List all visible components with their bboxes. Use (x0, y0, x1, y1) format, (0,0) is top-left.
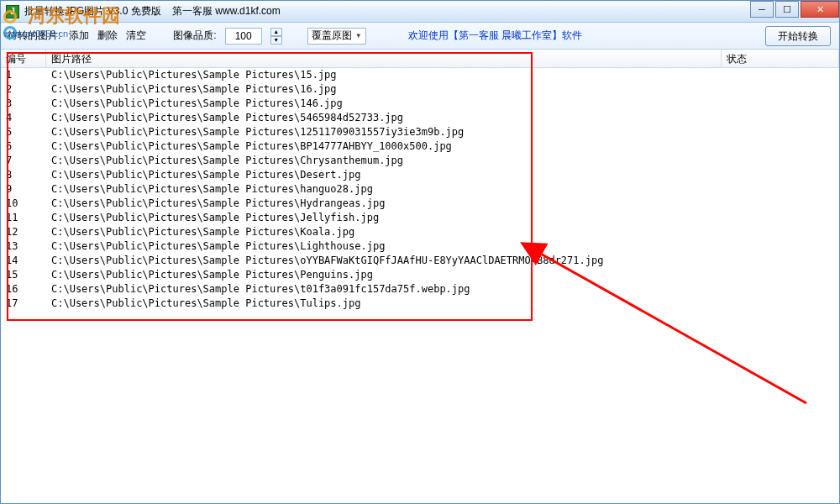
cell-status (722, 82, 839, 97)
toolbar: 待转的图片: 添加 删除 清空 图像品质: ▲ ▼ 覆盖原图 ▼ 欢迎使用【第一… (1, 23, 839, 50)
table-row[interactable]: 15C:\Users\Public\Pictures\Sample Pictur… (1, 268, 839, 282)
col-header-status[interactable]: 状态 (722, 50, 839, 67)
cell-path: C:\Users\Public\Pictures\Sample Pictures… (46, 254, 722, 268)
start-convert-button[interactable]: 开始转换 (765, 26, 831, 46)
cell-path: C:\Users\Public\Pictures\Sample Pictures… (46, 197, 722, 211)
table-row[interactable]: 16C:\Users\Public\Pictures\Sample Pictur… (1, 282, 839, 297)
cell-path: C:\Users\Public\Pictures\Sample Pictures… (46, 154, 722, 168)
cell-path: C:\Users\Public\Pictures\Sample Pictures… (46, 182, 722, 197)
cell-status (722, 211, 839, 225)
maximize-button[interactable]: ☐ (775, 1, 799, 18)
quality-spinner: ▲ ▼ (270, 28, 282, 45)
add-button[interactable]: 添加 (69, 29, 89, 43)
cell-path: C:\Users\Public\Pictures\Sample Pictures… (46, 168, 722, 182)
cell-status (722, 97, 839, 111)
pending-label: 待转的图片: (8, 29, 60, 43)
table-row[interactable]: 13C:\Users\Public\Pictures\Sample Pictur… (1, 239, 839, 254)
cell-path: C:\Users\Public\Pictures\Sample Pictures… (46, 139, 722, 154)
cell-status (722, 268, 839, 282)
quality-input[interactable] (225, 28, 262, 45)
cell-status (722, 168, 839, 182)
start-label: 开始转换 (778, 29, 818, 44)
cell-status (722, 154, 839, 168)
list-header: 编号 图片路径 状态 (1, 50, 839, 68)
cell-path: C:\Users\Public\Pictures\Sample Pictures… (46, 297, 722, 311)
app-icon: J (6, 5, 19, 18)
cell-id: 16 (1, 282, 46, 297)
table-row[interactable]: 11C:\Users\Public\Pictures\Sample Pictur… (1, 211, 839, 225)
table-row[interactable]: 17C:\Users\Public\Pictures\Sample Pictur… (1, 297, 839, 311)
cell-id: 14 (1, 254, 46, 268)
delete-button[interactable]: 删除 (97, 29, 118, 43)
cell-id: 3 (1, 97, 46, 111)
table-row[interactable]: 3C:\Users\Public\Pictures\Sample Picture… (1, 97, 839, 111)
cell-id: 8 (1, 168, 46, 182)
cell-path: C:\Users\Public\Pictures\Sample Pictures… (46, 68, 722, 82)
app-window: J 批量转换JPG图片 V3.0 免费版 第一客服 www.d1kf.com ─… (0, 0, 840, 504)
table-row[interactable]: 2C:\Users\Public\Pictures\Sample Picture… (1, 82, 839, 97)
table-row[interactable]: 14C:\Users\Public\Pictures\Sample Pictur… (1, 254, 839, 268)
cell-status (722, 182, 839, 197)
col-header-id[interactable]: 编号 (1, 50, 46, 67)
promo-text: 欢迎使用【第一客服 晨曦工作室】软件 (408, 29, 582, 43)
cell-status (722, 297, 839, 311)
cell-status (722, 139, 839, 154)
overwrite-dropdown[interactable]: 覆盖原图 ▼ (307, 28, 366, 45)
cell-id: 5 (1, 125, 46, 139)
spin-up-button[interactable]: ▲ (270, 28, 282, 36)
cell-path: C:\Users\Public\Pictures\Sample Pictures… (46, 211, 722, 225)
chevron-down-icon: ▼ (355, 32, 362, 39)
cell-id: 9 (1, 182, 46, 197)
minimize-button[interactable]: ─ (750, 1, 774, 18)
titlebar[interactable]: J 批量转换JPG图片 V3.0 免费版 第一客服 www.d1kf.com ─… (1, 1, 839, 23)
cell-status (722, 282, 839, 297)
cell-id: 1 (1, 68, 46, 82)
cell-status (722, 68, 839, 82)
table-row[interactable]: 7C:\Users\Public\Pictures\Sample Picture… (1, 154, 839, 168)
col-header-path[interactable]: 图片路径 (46, 50, 722, 67)
window-buttons: ─ ☐ ✕ (748, 1, 839, 18)
cell-id: 13 (1, 239, 46, 254)
table-row[interactable]: 10C:\Users\Public\Pictures\Sample Pictur… (1, 197, 839, 211)
cell-status (722, 197, 839, 211)
cell-path: C:\Users\Public\Pictures\Sample Pictures… (46, 225, 722, 239)
file-listview[interactable]: 编号 图片路径 状态 1C:\Users\Public\Pictures\Sam… (1, 50, 839, 503)
cell-path: C:\Users\Public\Pictures\Sample Pictures… (46, 82, 722, 97)
cell-id: 12 (1, 225, 46, 239)
table-row[interactable]: 1C:\Users\Public\Pictures\Sample Picture… (1, 68, 839, 82)
cell-path: C:\Users\Public\Pictures\Sample Pictures… (46, 239, 722, 254)
overwrite-label: 覆盖原图 (312, 29, 352, 43)
table-row[interactable]: 8C:\Users\Public\Pictures\Sample Picture… (1, 168, 839, 182)
cell-status (722, 111, 839, 125)
cell-id: 2 (1, 82, 46, 97)
clear-button[interactable]: 清空 (126, 29, 146, 43)
cell-id: 10 (1, 197, 46, 211)
table-row[interactable]: 6C:\Users\Public\Pictures\Sample Picture… (1, 139, 839, 154)
spin-down-button[interactable]: ▼ (270, 36, 282, 45)
table-row[interactable]: 9C:\Users\Public\Pictures\Sample Picture… (1, 182, 839, 197)
cell-status (722, 239, 839, 254)
cell-path: C:\Users\Public\Pictures\Sample Pictures… (46, 125, 722, 139)
table-row[interactable]: 12C:\Users\Public\Pictures\Sample Pictur… (1, 225, 839, 239)
cell-path: C:\Users\Public\Pictures\Sample Pictures… (46, 111, 722, 125)
table-row[interactable]: 4C:\Users\Public\Pictures\Sample Picture… (1, 111, 839, 125)
cell-status (722, 225, 839, 239)
cell-path: C:\Users\Public\Pictures\Sample Pictures… (46, 282, 722, 297)
cell-status (722, 125, 839, 139)
cell-id: 7 (1, 154, 46, 168)
cell-path: C:\Users\Public\Pictures\Sample Pictures… (46, 97, 722, 111)
list-rows: 1C:\Users\Public\Pictures\Sample Picture… (1, 68, 839, 311)
cell-id: 17 (1, 297, 46, 311)
cell-id: 4 (1, 111, 46, 125)
table-row[interactable]: 5C:\Users\Public\Pictures\Sample Picture… (1, 125, 839, 139)
quality-label: 图像品质: (173, 29, 216, 43)
cell-id: 11 (1, 211, 46, 225)
window-title: 批量转换JPG图片 V3.0 免费版 第一客服 www.d1kf.com (24, 4, 281, 18)
cell-path: C:\Users\Public\Pictures\Sample Pictures… (46, 268, 722, 282)
cell-id: 15 (1, 268, 46, 282)
cell-id: 6 (1, 139, 46, 154)
close-button[interactable]: ✕ (801, 1, 839, 18)
cell-status (722, 254, 839, 268)
